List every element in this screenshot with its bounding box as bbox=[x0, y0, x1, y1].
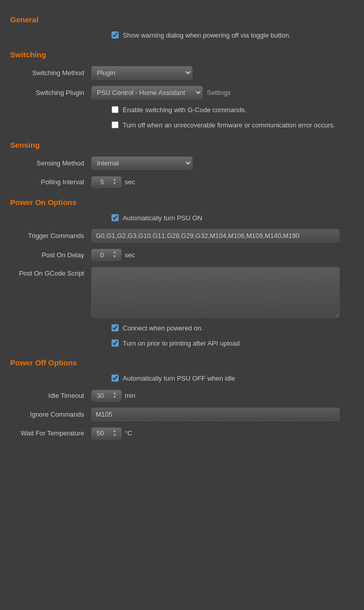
turn-off-error-label: Turn off when an unrecoverable firmware … bbox=[123, 121, 335, 130]
polling-interval-row: Polling Interval ▲ ▼ sec bbox=[10, 176, 354, 188]
idle-timeout-down-arrow[interactable]: ▼ bbox=[113, 395, 117, 400]
sensing-section: Sensing Sensing Method Internal GPIO Plu… bbox=[10, 141, 354, 188]
post-gcode-row: Post On GCode Script bbox=[10, 267, 354, 318]
post-on-delay-input[interactable] bbox=[94, 251, 112, 259]
polling-interval-label: Polling Interval bbox=[10, 178, 91, 186]
connect-powered-row: Connect when powered on. bbox=[10, 324, 354, 333]
switching-settings-link[interactable]: Settings bbox=[207, 89, 231, 96]
idle-timeout-unit: min bbox=[125, 392, 135, 399]
warning-dialog-label: Show warning dialog when powering off vi… bbox=[123, 31, 290, 40]
wait-temp-input[interactable] bbox=[94, 429, 112, 437]
post-on-delay-unit: sec bbox=[125, 251, 135, 259]
wait-temp-spinner: ▲ ▼ °C bbox=[91, 427, 132, 439]
auto-turn-on-label: Automatically turn PSU ON bbox=[123, 214, 202, 223]
power-off-title: Power Off Options bbox=[10, 358, 354, 367]
polling-interval-box: ▲ ▼ bbox=[91, 176, 122, 188]
idle-timeout-input[interactable] bbox=[94, 392, 112, 399]
polling-interval-input[interactable] bbox=[94, 178, 112, 186]
wait-temp-unit: °C bbox=[125, 429, 132, 437]
warning-dialog-row: Show warning dialog when powering off vi… bbox=[10, 31, 354, 40]
idle-timeout-label: Idle Timeout bbox=[10, 392, 91, 399]
post-gcode-textarea[interactable] bbox=[91, 267, 340, 318]
turn-off-error-row: Turn off when an unrecoverable firmware … bbox=[10, 121, 354, 130]
wait-temp-label: Wait For Temperature bbox=[10, 429, 91, 437]
switching-section: Switching Switching Method Plugin GPIO S… bbox=[10, 50, 354, 130]
wait-temp-arrows: ▲ ▼ bbox=[113, 429, 117, 438]
post-on-delay-down-arrow[interactable]: ▼ bbox=[113, 255, 117, 259]
switching-method-select[interactable]: Plugin GPIO Script bbox=[91, 66, 193, 80]
general-title: General bbox=[10, 15, 354, 24]
connect-powered-checkbox[interactable] bbox=[112, 324, 119, 331]
connect-powered-label: Connect when powered on. bbox=[123, 324, 203, 333]
enable-gcode-label: Enable switching with G-Code commands. bbox=[123, 106, 246, 115]
ignore-commands-label: Ignore Commands bbox=[10, 411, 91, 418]
enable-gcode-checkbox[interactable] bbox=[112, 106, 119, 113]
wait-temp-down-arrow[interactable]: ▼ bbox=[113, 433, 117, 438]
turn-off-error-checkbox[interactable] bbox=[112, 121, 119, 128]
power-on-section: Power On Options Automatically turn PSU … bbox=[10, 198, 354, 348]
polling-unit: sec bbox=[125, 178, 135, 186]
post-on-delay-row: Post On Delay ▲ ▼ sec bbox=[10, 249, 354, 261]
auto-turn-off-checkbox[interactable] bbox=[112, 375, 119, 382]
switching-method-row: Switching Method Plugin GPIO Script bbox=[10, 66, 354, 80]
post-on-delay-label: Post On Delay bbox=[10, 251, 91, 259]
switching-plugin-label: Switching Plugin bbox=[10, 89, 91, 96]
switching-plugin-select[interactable]: PSU Control - Home Assistant bbox=[91, 86, 203, 99]
post-gcode-label: Post On GCode Script bbox=[10, 267, 91, 277]
sensing-method-row: Sensing Method Internal GPIO Plugin bbox=[10, 156, 354, 170]
trigger-commands-row: Trigger Commands bbox=[10, 229, 354, 243]
polling-interval-spinner: ▲ ▼ sec bbox=[91, 176, 135, 188]
general-section: General Show warning dialog when powerin… bbox=[10, 15, 354, 40]
wait-temp-row: Wait For Temperature ▲ ▼ °C bbox=[10, 427, 354, 439]
post-on-delay-box: ▲ ▼ bbox=[91, 249, 122, 261]
sensing-method-select[interactable]: Internal GPIO Plugin bbox=[91, 156, 193, 170]
post-on-delay-spinner: ▲ ▼ sec bbox=[91, 249, 135, 261]
trigger-commands-label: Trigger Commands bbox=[10, 232, 91, 240]
auto-turn-off-row: Automatically turn PSU OFF when idle bbox=[10, 374, 354, 383]
turn-on-api-checkbox[interactable] bbox=[112, 340, 119, 347]
trigger-commands-input[interactable] bbox=[91, 229, 340, 243]
post-on-delay-arrows: ▲ ▼ bbox=[113, 250, 117, 259]
polling-down-arrow[interactable]: ▼ bbox=[113, 182, 117, 186]
turn-on-api-row: Turn on prior to printing after API uplo… bbox=[10, 339, 354, 348]
ignore-commands-input[interactable] bbox=[91, 408, 340, 421]
power-off-section: Power Off Options Automatically turn PSU… bbox=[10, 358, 354, 439]
idle-timeout-row: Idle Timeout ▲ ▼ min bbox=[10, 390, 354, 402]
auto-turn-off-label: Automatically turn PSU OFF when idle bbox=[123, 374, 235, 383]
switching-method-label: Switching Method bbox=[10, 69, 91, 77]
switching-plugin-row: Switching Plugin PSU Control - Home Assi… bbox=[10, 86, 354, 99]
auto-turn-on-checkbox[interactable] bbox=[112, 214, 119, 221]
sensing-title: Sensing bbox=[10, 141, 354, 149]
auto-turn-on-row: Automatically turn PSU ON bbox=[10, 214, 354, 223]
wait-temp-box: ▲ ▼ bbox=[91, 427, 122, 439]
idle-timeout-spinner: ▲ ▼ min bbox=[91, 390, 135, 402]
polling-interval-arrows: ▲ ▼ bbox=[113, 178, 117, 187]
sensing-method-label: Sensing Method bbox=[10, 159, 91, 167]
warning-dialog-checkbox[interactable] bbox=[112, 31, 119, 39]
turn-on-api-label: Turn on prior to printing after API uplo… bbox=[123, 339, 240, 348]
switching-title: Switching bbox=[10, 50, 354, 59]
power-on-title: Power On Options bbox=[10, 198, 354, 207]
ignore-commands-row: Ignore Commands bbox=[10, 408, 354, 421]
idle-timeout-arrows: ▲ ▼ bbox=[113, 391, 117, 400]
idle-timeout-box: ▲ ▼ bbox=[91, 390, 122, 402]
enable-gcode-row: Enable switching with G-Code commands. bbox=[10, 106, 354, 115]
